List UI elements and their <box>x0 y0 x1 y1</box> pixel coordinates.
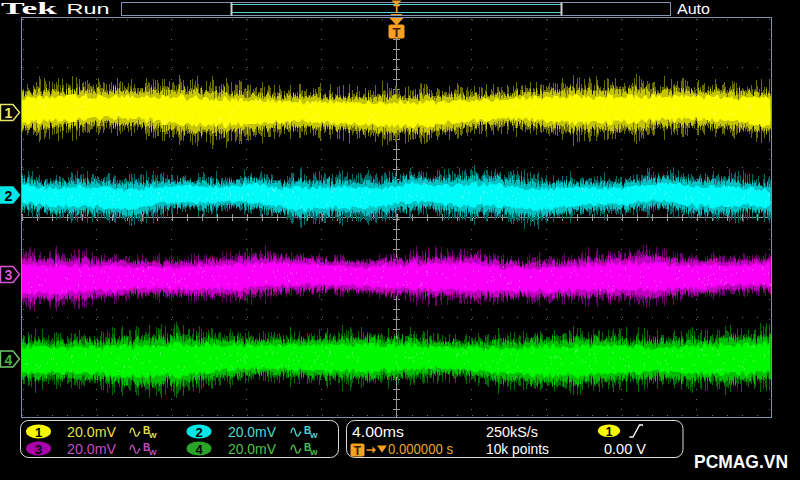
svg-text:10k points: 10k points <box>486 440 549 457</box>
svg-text:2: 2 <box>5 188 13 204</box>
svg-text:W: W <box>310 448 318 457</box>
svg-text:0.00 V: 0.00 V <box>604 440 646 457</box>
svg-text:W: W <box>149 431 157 440</box>
svg-text:4.00ms: 4.00ms <box>352 423 404 440</box>
svg-text:20.0mV: 20.0mV <box>228 440 276 457</box>
svg-text:PCMAG.VN: PCMAG.VN <box>694 452 788 472</box>
svg-text:Run: Run <box>67 0 110 17</box>
svg-text:T: T <box>354 444 362 458</box>
svg-text:20.0mV: 20.0mV <box>228 423 276 440</box>
svg-text:4: 4 <box>195 442 203 457</box>
svg-text:3: 3 <box>5 267 13 283</box>
svg-text:Auto: Auto <box>677 0 710 17</box>
svg-text:4: 4 <box>5 352 13 368</box>
svg-text:20.0mV: 20.0mV <box>67 440 116 457</box>
svg-text:20.0mV: 20.0mV <box>67 423 116 440</box>
svg-text:1: 1 <box>35 425 42 440</box>
svg-text:T: T <box>393 25 401 40</box>
svg-text:1: 1 <box>606 425 613 439</box>
svg-text:W: W <box>149 448 157 457</box>
svg-text:2: 2 <box>195 425 202 440</box>
svg-text:W: W <box>310 431 318 440</box>
svg-text:250kS/s: 250kS/s <box>486 423 538 440</box>
svg-text:1: 1 <box>5 105 13 121</box>
svg-text:0.000000 s: 0.000000 s <box>388 440 453 457</box>
svg-text:Tek: Tek <box>1 0 58 18</box>
svg-text:T: T <box>393 3 400 15</box>
svg-text:3: 3 <box>35 442 42 457</box>
